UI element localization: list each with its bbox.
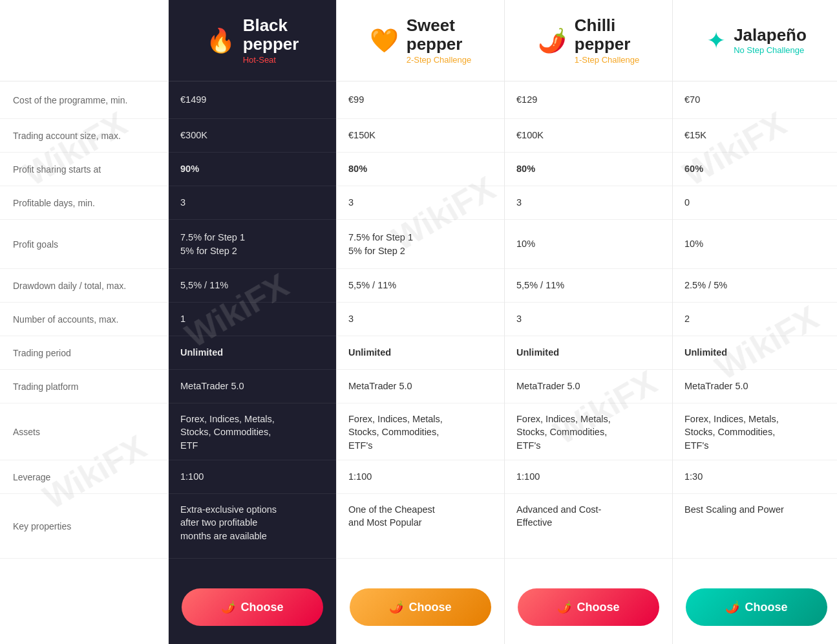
plan-header-chilli-pepper: 🌶️ Chillipepper 1-Step Challenge (505, 0, 672, 81)
plan-name: Jalapeño (734, 25, 807, 45)
data-leverage-chilli-pepper: 1:100 (505, 460, 672, 494)
choose-label-chilli-pepper: Choose (577, 601, 619, 614)
data-period-sweet-pepper: Unlimited (337, 336, 504, 370)
btn-row-jalapeno: 🌶️ Choose (673, 559, 837, 644)
label-profitable-days: Profitable days, min. (0, 186, 168, 220)
data-period-black-pepper: Unlimited (169, 336, 336, 370)
label-header-space (0, 0, 168, 81)
label-num-accounts: Number of accounts, max. (0, 303, 168, 336)
data-platform-sweet-pepper: MetaTrader 5.0 (337, 370, 504, 403)
plan-col-chilli-pepper: 🌶️ Chillipepper 1-Step Challenge €129 €1… (504, 0, 672, 644)
label-cost: Cost of the programme, min. (0, 81, 168, 119)
data-key-chilli-pepper: Advanced and Cost- Effective (505, 494, 672, 559)
plan-col-sweet-pepper: 🧡 Sweetpepper 2-Step Challenge €99 €150K… (336, 0, 504, 644)
plan-icon-black-pepper: 🔥 (206, 27, 235, 54)
data-key-jalapeno: Best Scaling and Power (673, 494, 837, 559)
label-trading-platform: Trading platform (0, 370, 168, 403)
label-trading-period: Trading period (0, 336, 168, 370)
data-platform-chilli-pepper: MetaTrader 5.0 (505, 370, 672, 403)
label-leverage: Leverage (0, 460, 168, 494)
plan-name: Chillipepper (575, 16, 631, 54)
choose-button-jalapeno[interactable]: 🌶️ Choose (686, 588, 827, 626)
data-key-sweet-pepper: One of the Cheapest and Most Popular (337, 494, 504, 559)
choose-icon-black-pepper: 🌶️ (221, 600, 235, 614)
data-account-black-pepper: €300K (169, 119, 336, 153)
data-platform-jalapeno: MetaTrader 5.0 (673, 370, 837, 403)
data-accounts-chilli-pepper: 3 (505, 303, 672, 336)
data-account-jalapeno: €15K (673, 119, 837, 153)
label-key-properties: Key properties (0, 494, 168, 559)
plan-icon-jalapeno: ✦ (706, 27, 726, 54)
data-assets-jalapeno: Forex, Indices, Metals, Stocks, Commodit… (673, 403, 837, 460)
plan-icon-sweet-pepper: 🧡 (370, 27, 399, 54)
plan-subtitle: No Step Challenge (734, 45, 807, 55)
data-assets-black-pepper: Forex, Indices, Metals, Stocks, Commodit… (169, 403, 336, 460)
btn-row-sweet-pepper: 🌶️ Choose (337, 559, 504, 644)
choose-button-sweet-pepper[interactable]: 🌶️ Choose (350, 588, 491, 626)
data-cost-chilli-pepper: €129 (505, 81, 672, 119)
plan-name-block: Jalapeño No Step Challenge (734, 26, 807, 56)
choose-label-sweet-pepper: Choose (408, 601, 451, 614)
data-profit-black-pepper: 90% (169, 153, 336, 186)
data-goals-black-pepper: 7.5% for Step 1 5% for Step 2 (169, 220, 336, 269)
comparison-table: Cost of the programme, min. Trading acco… (0, 0, 837, 644)
plan-subtitle: 2-Step Challenge (407, 55, 471, 65)
data-days-sweet-pepper: 3 (337, 186, 504, 220)
data-accounts-black-pepper: 1 (169, 303, 336, 336)
label-drawdown: Drawdown daily / total, max. (0, 269, 168, 303)
choose-label-black-pepper: Choose (240, 601, 283, 614)
choose-icon-jalapeno: 🌶️ (725, 600, 739, 614)
plan-name-block: Sweetpepper 2-Step Challenge (407, 16, 471, 64)
data-days-black-pepper: 3 (169, 186, 336, 220)
plan-icon-chilli-pepper: 🌶️ (538, 27, 567, 54)
label-btn-space (0, 559, 168, 644)
data-goals-sweet-pepper: 7.5% for Step 1 5% for Step 2 (337, 220, 504, 269)
data-assets-chilli-pepper: Forex, Indices, Metals, Stocks, Commodit… (505, 403, 672, 460)
data-assets-sweet-pepper: Forex, Indices, Metals, Stocks, Commodit… (337, 403, 504, 460)
data-goals-jalapeno: 10% (673, 220, 837, 269)
plan-header-black-pepper: 🔥 Blackpepper Hot-Seat (169, 0, 336, 81)
data-profit-jalapeno: 60% (673, 153, 837, 186)
data-period-jalapeno: Unlimited (673, 336, 837, 370)
data-days-jalapeno: 0 (673, 186, 837, 220)
plan-subtitle: Hot-Seat (243, 55, 299, 65)
plan-subtitle: 1-Step Challenge (575, 55, 639, 65)
data-drawdown-black-pepper: 5,5% / 11% (169, 269, 336, 303)
plan-header-sweet-pepper: 🧡 Sweetpepper 2-Step Challenge (337, 0, 504, 81)
plan-name-block: Blackpepper Hot-Seat (243, 16, 299, 64)
btn-row-chilli-pepper: 🌶️ Choose (505, 559, 672, 644)
data-drawdown-chilli-pepper: 5,5% / 11% (505, 269, 672, 303)
data-accounts-sweet-pepper: 3 (337, 303, 504, 336)
choose-button-chilli-pepper[interactable]: 🌶️ Choose (518, 588, 659, 626)
label-column: Cost of the programme, min. Trading acco… (0, 0, 168, 644)
plan-col-black-pepper: 🔥 Blackpepper Hot-Seat €1499 €300K 90% 3… (168, 0, 336, 644)
choose-icon-chilli-pepper: 🌶️ (557, 600, 571, 614)
data-profit-sweet-pepper: 80% (337, 153, 504, 186)
label-assets: Assets (0, 403, 168, 460)
plan-name-block: Chillipepper 1-Step Challenge (575, 16, 639, 64)
data-drawdown-jalapeno: 2.5% / 5% (673, 269, 837, 303)
data-key-black-pepper: Extra-exclusive options after two profit… (169, 494, 336, 559)
data-period-chilli-pepper: Unlimited (505, 336, 672, 370)
data-leverage-black-pepper: 1:100 (169, 460, 336, 494)
data-leverage-sweet-pepper: 1:100 (337, 460, 504, 494)
data-account-sweet-pepper: €150K (337, 119, 504, 153)
plan-col-jalapeno: ✦ Jalapeño No Step Challenge €70 €15K 60… (672, 0, 837, 644)
data-accounts-jalapeno: 2 (673, 303, 837, 336)
choose-label-jalapeno: Choose (745, 601, 787, 614)
plan-name: Sweetpepper (407, 16, 463, 54)
plan-name: Blackpepper (243, 16, 299, 54)
choose-icon-sweet-pepper: 🌶️ (389, 600, 403, 614)
data-days-chilli-pepper: 3 (505, 186, 672, 220)
choose-button-black-pepper[interactable]: 🌶️ Choose (182, 588, 323, 626)
data-cost-jalapeno: €70 (673, 81, 837, 119)
label-account: Trading account size, max. (0, 119, 168, 153)
label-profit-sharing: Profit sharing starts at (0, 153, 168, 186)
data-cost-sweet-pepper: €99 (337, 81, 504, 119)
data-cost-black-pepper: €1499 (169, 81, 336, 119)
data-platform-black-pepper: MetaTrader 5.0 (169, 370, 336, 403)
data-drawdown-sweet-pepper: 5,5% / 11% (337, 269, 504, 303)
label-profit-goals: Profit goals (0, 220, 168, 269)
plan-header-jalapeno: ✦ Jalapeño No Step Challenge (673, 0, 837, 81)
data-goals-chilli-pepper: 10% (505, 220, 672, 269)
